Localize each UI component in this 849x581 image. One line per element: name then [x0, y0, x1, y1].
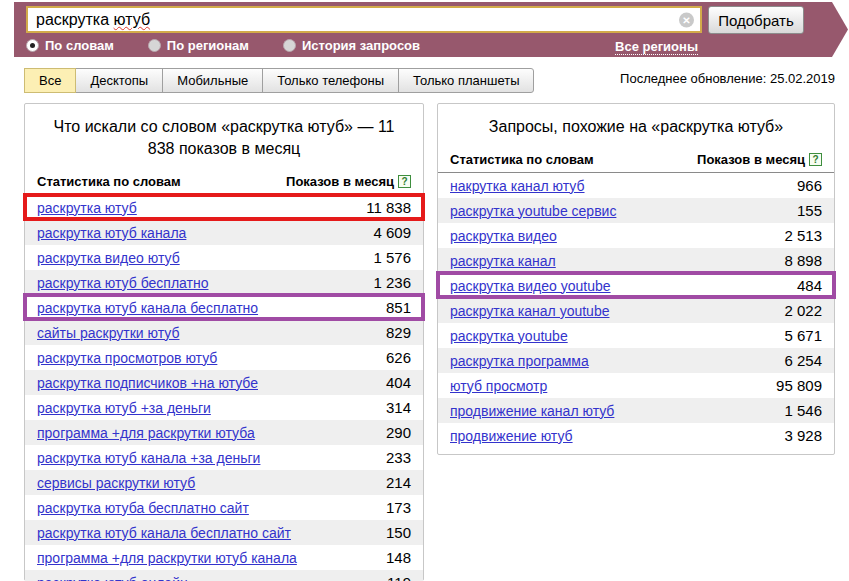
table-row: раскрутка канал youtube 2 022	[438, 298, 834, 323]
device-tab[interactable]: Только телефоны	[262, 68, 399, 93]
table-row: раскрутка канал 8 898	[438, 248, 834, 273]
keyword-link[interactable]: раскрутка подписчиков +на ютубе	[37, 375, 258, 391]
search-header-bar: раскрутка ютуб ✕ Подобрать По словам По …	[14, 2, 848, 57]
similar-queries-panel: Запросы, похожие на «раскрутка ютуб» Ста…	[437, 103, 835, 455]
keyword-link[interactable]: раскрутка youtube	[450, 328, 568, 344]
keyword-link[interactable]: раскрутка видео	[450, 228, 557, 244]
table-row: ютуб просмотр 95 809	[438, 373, 834, 398]
keyword-link[interactable]: сервисы раскрутки ютуб	[37, 475, 195, 491]
similar-panel-title: Запросы, похожие на «раскрутка ютуб»	[438, 104, 834, 148]
keywords-panel: Что искали со словом «раскрутка ютуб» — …	[24, 103, 424, 581]
keyword-link[interactable]: раскрутка программа	[450, 353, 589, 369]
search-mode-radios: По словам По регионам История запросов	[26, 38, 420, 53]
keywords-table: раскрутка ютуб 11 838 раскрутка ютуб кан…	[25, 195, 423, 581]
shows-value: 2 513	[784, 227, 822, 244]
help-icon[interactable]: ?	[398, 175, 411, 188]
all-regions-link[interactable]: Все регионы	[615, 39, 698, 55]
clear-search-icon[interactable]: ✕	[679, 12, 694, 27]
keyword-link[interactable]: раскрутка канал youtube	[450, 303, 609, 319]
shows-value: 11 838	[366, 199, 411, 216]
shows-value: 626	[386, 349, 411, 366]
keyword-link[interactable]: продвижение канал ютуб	[450, 403, 614, 419]
shows-value: 290	[386, 424, 411, 441]
keyword-link[interactable]: раскрутка youtube сервис	[450, 203, 616, 219]
col-header-shows: Показов в месяц?	[286, 174, 411, 189]
shows-value: 6 254	[784, 352, 822, 369]
keyword-link[interactable]: ютуб просмотр	[450, 378, 547, 394]
help-icon[interactable]: ?	[809, 153, 822, 166]
keyword-link[interactable]: раскрутка ютуб бесплатно	[37, 275, 208, 291]
search-mode-radio[interactable]: По регионам	[148, 38, 249, 53]
table-row: сервисы раскрутки ютуб 214	[25, 470, 423, 495]
shows-value: 404	[386, 374, 411, 391]
shows-value: 4 609	[373, 224, 411, 241]
keyword-link[interactable]: раскрутка ютуб +за деньги	[37, 400, 211, 416]
device-tab[interactable]: Десктопы	[75, 68, 163, 93]
radio-icon	[148, 39, 161, 52]
keyword-link[interactable]: раскрутка просмотров ютуб	[37, 350, 217, 366]
shows-value: 966	[797, 177, 822, 194]
shows-value: 148	[386, 549, 411, 566]
table-header: Статистика по словам Показов в месяц?	[438, 148, 834, 173]
table-row: раскрутка youtube сервис 155	[438, 198, 834, 223]
table-row: раскрутка ютуб 11 838	[25, 195, 423, 220]
radio-label: История запросов	[302, 38, 420, 53]
col-header-shows: Показов в месяц?	[697, 152, 822, 167]
table-row: сайты раскрутки ютуб 829	[25, 320, 423, 345]
device-tabs: ВсеДесктопыМобильныеТолько телефоныТольк…	[25, 68, 534, 93]
device-tab[interactable]: Все	[24, 68, 76, 93]
keyword-link[interactable]: раскрутка ютуб канала бесплатно	[37, 300, 258, 316]
keyword-link[interactable]: программа +для раскрутки ютуба	[37, 425, 255, 441]
keyword-link[interactable]: раскрутка ютуб канала бесплатно сайт	[37, 525, 291, 541]
table-row: раскрутка видео ютуб 1 576	[25, 245, 423, 270]
table-row: раскрутка видео youtube 484	[438, 273, 834, 298]
keyword-link[interactable]: раскрутка ютуб канала	[37, 225, 186, 241]
keyword-link[interactable]: программа +для раскрутки ютуб канала	[37, 550, 297, 566]
shows-value: 5 671	[784, 327, 822, 344]
shows-value: 2 022	[784, 302, 822, 319]
shows-value: 233	[386, 449, 411, 466]
table-row: продвижение ютуб 3 928	[438, 423, 834, 448]
keyword-link[interactable]: раскрутка ютуб	[37, 200, 137, 216]
last-update-text: Последнее обновление: 25.02.2019	[620, 71, 835, 86]
shows-value: 150	[386, 524, 411, 541]
col-header-keywords: Статистика по словам	[450, 152, 594, 167]
search-mode-radio[interactable]: По словам	[26, 38, 114, 53]
device-tab[interactable]: Только планшеты	[398, 68, 534, 93]
search-input[interactable]: раскрутка ютуб ✕	[26, 6, 702, 33]
keyword-link[interactable]: накрутка канал ютуб	[450, 178, 585, 194]
shows-value: 155	[797, 202, 822, 219]
shows-value: 119	[387, 574, 411, 581]
shows-value: 484	[797, 277, 822, 294]
table-row: раскрутка подписчиков +на ютубе 404	[25, 370, 423, 395]
shows-value: 3 928	[784, 427, 822, 444]
shows-value: 829	[386, 324, 411, 341]
keyword-link[interactable]: продвижение ютуб	[450, 428, 573, 444]
shows-value: 95 809	[776, 377, 822, 394]
table-row: раскрутка видео 2 513	[438, 223, 834, 248]
table-row: раскрутка ютуб канала бесплатно 851	[25, 295, 423, 320]
table-row: раскрутка youtube 5 671	[438, 323, 834, 348]
keyword-link[interactable]: раскрутка ютуб канала +за деньги	[37, 450, 260, 466]
table-row: раскрутка ютуб онлайн 119	[25, 570, 423, 581]
submit-button[interactable]: Подобрать	[708, 6, 804, 34]
table-row: раскрутка программа 6 254	[438, 348, 834, 373]
search-mode-radio[interactable]: История запросов	[283, 38, 420, 53]
table-header: Статистика по словам Показов в месяц?	[25, 170, 423, 195]
keyword-link[interactable]: раскрутка видео youtube	[450, 278, 611, 294]
table-row: программа +для раскрутки ютуб канала 148	[25, 545, 423, 570]
keyword-link[interactable]: раскрутка канал	[450, 253, 556, 269]
keyword-link[interactable]: раскрутка ютуба бесплатно сайт	[37, 500, 249, 516]
keyword-link[interactable]: сайты раскрутки ютуб	[37, 325, 179, 341]
shows-value: 851	[386, 299, 411, 316]
shows-value: 314	[386, 399, 411, 416]
keyword-link[interactable]: раскрутка ютуб онлайн	[37, 575, 188, 581]
radio-label: По словам	[45, 38, 114, 53]
device-tab[interactable]: Мобильные	[162, 68, 263, 93]
table-row: программа +для раскрутки ютуба 290	[25, 420, 423, 445]
shows-value: 1 236	[373, 274, 411, 291]
keyword-link[interactable]: раскрутка видео ютуб	[37, 250, 180, 266]
radio-icon	[26, 39, 39, 52]
col-header-keywords: Статистика по словам	[37, 174, 181, 189]
shows-value: 173	[386, 499, 411, 516]
